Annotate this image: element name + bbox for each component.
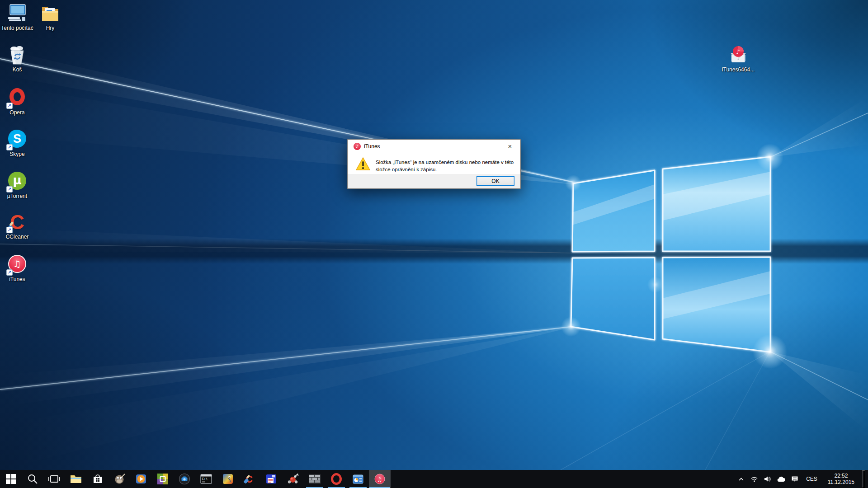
total-commander-button[interactable]	[260, 470, 282, 488]
dialog-body: Složka „iTunes“ je na uzamčeném disku ne…	[348, 153, 520, 175]
windows-store-button[interactable]	[87, 470, 108, 488]
camera-app-icon	[179, 473, 190, 485]
shortcut-arrow-badge: ↗	[6, 144, 13, 150]
desktop-icon-label: iTunes6464...	[719, 66, 757, 73]
media-player-icon	[135, 473, 147, 485]
system-tray: CES 22:52 11.12.2015	[735, 470, 868, 488]
task-view-icon	[48, 474, 60, 484]
dialog-title: iTunes	[364, 140, 380, 153]
irfanview-parrot-icon	[222, 473, 234, 485]
desktop-icon-itunes-installer[interactable]: ♪ ♪ iTunes6464...	[719, 45, 757, 73]
clock-date: 11.12.2015	[828, 479, 854, 485]
molecule-icon	[287, 473, 299, 485]
desktop-icon-label: iTunes	[0, 276, 36, 282]
opera-icon: ↗	[7, 88, 27, 108]
dialog-title-bar[interactable]: ♪ iTunes ×	[348, 140, 520, 153]
warning-triangle-icon	[356, 157, 370, 171]
task-view-button[interactable]	[43, 470, 65, 488]
windows-logo-icon	[6, 474, 16, 484]
command-prompt-icon: C:\	[200, 473, 212, 485]
firewall-app-button[interactable]	[304, 470, 326, 488]
desktop-icon-opera[interactable]: ↗ Opera	[0, 87, 36, 116]
dialog-message: Složka „iTunes“ je na uzamčeném disku ne…	[376, 159, 515, 173]
desktop-icon-recycle-bin[interactable]: Koš	[0, 45, 36, 73]
itunes-icon: ♫	[374, 473, 386, 485]
itunes-dialog-icon: ♪	[354, 143, 361, 150]
windows-store-icon	[92, 473, 104, 485]
itunes-icon: ♫ ↗	[7, 255, 27, 275]
system-info-icon	[352, 473, 364, 485]
desktop-icon-label: Skype	[0, 151, 36, 157]
onedrive-cloud-icon[interactable]	[776, 475, 786, 483]
opera-taskbar-button[interactable]	[326, 470, 347, 488]
svg-text:C:\: C:\	[202, 477, 208, 481]
itunes-message-dialog: ♪ iTunes × Složka „iTunes“ je na uzamčen…	[347, 139, 521, 189]
desktop-icon-label: CCleaner	[0, 234, 36, 240]
windows-desktop: { "desktop": { "icons": [ {"name": "this…	[0, 0, 868, 488]
screen-capture-icon	[157, 473, 169, 485]
utorrent-icon: µ ↗	[7, 172, 27, 192]
file-explorer-button[interactable]	[65, 470, 87, 488]
irfanview-button[interactable]	[217, 470, 239, 488]
desktop-icon-skype[interactable]: S ↗ Skype	[0, 129, 36, 157]
taskbar: C:\ C	[0, 470, 868, 488]
shortcut-arrow-badge: ↗	[6, 269, 13, 276]
desktop-icon-label: Hry	[31, 25, 69, 31]
desktop-icon-ccleaner[interactable]: C ↗ CCleaner	[0, 212, 36, 240]
gimp-icon	[113, 473, 125, 485]
media-player-button[interactable]	[130, 470, 152, 488]
desktop-icon-games-folder[interactable]: Hry	[31, 4, 69, 31]
itunes-installer-icon: ♪ ♪	[728, 45, 748, 65]
command-prompt-button[interactable]: C:\	[195, 470, 217, 488]
close-button[interactable]: ×	[500, 140, 520, 153]
shortcut-arrow-badge: ↗	[6, 227, 13, 233]
svg-text:♪: ♪	[737, 56, 740, 61]
search-button[interactable]	[22, 470, 43, 488]
shortcut-arrow-badge: ↗	[6, 103, 13, 109]
system-info-app-button[interactable]	[347, 470, 369, 488]
desktop-icon-this-pc[interactable]: Tento počítač	[0, 4, 36, 31]
desktop-icon-label: Opera	[0, 109, 36, 116]
download-manager-button[interactable]	[282, 470, 304, 488]
ok-button[interactable]: OK	[476, 176, 514, 186]
desktop-icon-itunes[interactable]: ♫ ↗ iTunes	[0, 254, 36, 282]
this-pc-icon	[7, 4, 27, 23]
clock[interactable]: 22:52 11.12.2015	[824, 473, 858, 485]
recycle-bin-icon	[7, 45, 27, 65]
screen-capture-button[interactable]	[152, 470, 174, 488]
taskbar-empty-area	[391, 470, 735, 488]
floppy-disk-icon	[265, 473, 277, 485]
desktop-icon-label: µTorrent	[0, 193, 36, 199]
opera-icon	[330, 473, 342, 485]
search-icon	[27, 474, 38, 484]
start-button[interactable]	[0, 470, 22, 488]
ccleaner-icon: C ↗	[7, 212, 27, 232]
language-indicator[interactable]: CES	[803, 476, 820, 482]
gimp-button[interactable]	[108, 470, 130, 488]
dialog-footer: OK	[348, 174, 520, 188]
desktop-icon-utorrent[interactable]: µ ↗ µTorrent	[0, 171, 36, 199]
ccleaner-taskbar-button[interactable]: C	[239, 470, 260, 488]
tray-chevron-up-icon[interactable]	[737, 475, 745, 483]
camera-app-button[interactable]	[174, 470, 195, 488]
wifi-icon[interactable]	[750, 475, 759, 483]
show-desktop-button[interactable]	[862, 470, 865, 488]
desktop-icon-label: Koš	[0, 66, 36, 73]
desktop-icon-label: Tento počítač	[0, 25, 36, 31]
svg-text:♪: ♪	[736, 48, 740, 55]
folder-icon	[40, 4, 60, 23]
brick-wall-icon	[309, 474, 321, 484]
svg-text:♫: ♫	[377, 476, 382, 483]
clock-time: 22:52	[834, 473, 848, 479]
action-center-icon[interactable]	[790, 475, 799, 483]
skype-icon: S ↗	[7, 130, 27, 150]
file-explorer-icon	[70, 474, 82, 484]
volume-icon[interactable]	[763, 475, 772, 483]
itunes-taskbar-button[interactable]: ♫	[369, 470, 391, 488]
ccleaner-icon: C	[244, 473, 255, 485]
shortcut-arrow-badge: ↗	[6, 186, 13, 192]
